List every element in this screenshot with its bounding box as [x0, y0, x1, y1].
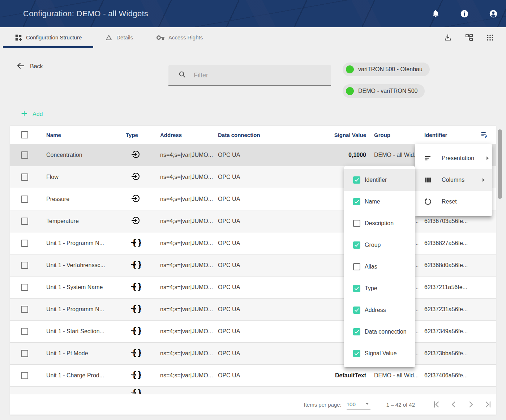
pagination-nav	[432, 400, 493, 409]
prev-page-button[interactable]	[449, 400, 458, 409]
checkbox-checked[interactable]	[353, 198, 360, 205]
signal-input-icon	[130, 193, 141, 204]
cell-type: {}	[126, 237, 160, 249]
cell-type: {}	[126, 259, 160, 271]
tab-details[interactable]: Details	[93, 27, 145, 48]
notifications-icon	[431, 9, 440, 18]
cell-select	[10, 350, 35, 357]
account-button[interactable]	[489, 9, 498, 18]
scrollbar-thumb[interactable]	[498, 129, 502, 199]
column-header-name[interactable]: Name	[35, 132, 126, 138]
checkbox-unchecked[interactable]	[353, 220, 360, 227]
tab-access-rights[interactable]: Access Rights	[145, 27, 214, 48]
column-header-identifier[interactable]: Identifier	[424, 132, 479, 138]
columns-menu-item-address[interactable]: Address	[344, 299, 415, 321]
add-button[interactable]: Add	[20, 110, 43, 119]
columns-menu-item-group[interactable]: Group	[344, 234, 415, 256]
row-checkbox[interactable]	[21, 196, 28, 203]
device-chip[interactable]: DEMO - variTRON 500	[343, 84, 425, 98]
svg-text:}: }	[137, 388, 142, 394]
last-page-button[interactable]	[484, 400, 493, 409]
row-checkbox[interactable]	[21, 306, 28, 313]
checkbox-checked[interactable]	[353, 176, 360, 184]
notifications-button[interactable]	[431, 9, 440, 18]
columns-menu-item-type[interactable]: Type	[344, 278, 415, 299]
menu-item-presentation[interactable]: Presentation	[415, 147, 492, 169]
checkbox-unchecked[interactable]	[353, 263, 360, 270]
status-dot	[346, 87, 354, 95]
table-row[interactable]: Unit 1 - Programm N...{}ns=4;s=|var|JUMO…	[10, 298, 496, 320]
menu-item-label: Presentation	[442, 155, 474, 162]
cell-select	[10, 372, 35, 379]
row-checkbox[interactable]	[21, 284, 28, 291]
columns-menu-item-identifier[interactable]: Identifier	[344, 169, 415, 191]
cell-type: {}	[126, 303, 160, 316]
table-row[interactable]: Unit 1 - System Name{}ns=4;s=|var|JUMO..…	[10, 276, 496, 298]
column-header-signal-value[interactable]: Signal Value	[332, 132, 366, 138]
cell-data-connection: OPC UA	[218, 350, 332, 357]
download-button[interactable]	[443, 33, 452, 42]
row-checkbox[interactable]	[21, 350, 28, 357]
table-row[interactable]: Unit 1 - Programm N...{}ns=4;s=|var|JUMO…	[10, 232, 496, 254]
first-page-button[interactable]	[432, 400, 441, 409]
columns-menu-item-name[interactable]: Name	[344, 191, 415, 213]
string-input-icon: {}	[130, 259, 141, 270]
row-checkbox[interactable]	[21, 151, 28, 159]
row-checkbox[interactable]	[21, 328, 28, 335]
cell-select	[10, 196, 35, 203]
svg-text:}: }	[137, 348, 142, 357]
table-row[interactable]: Unit 1 - Verfahrenssc...{}ns=4;s=|var|JU…	[10, 254, 496, 276]
row-checkbox[interactable]	[21, 218, 28, 225]
header-select-cell	[10, 131, 35, 138]
signal-input-icon	[130, 215, 141, 226]
column-header-group[interactable]: Group	[366, 132, 424, 138]
checkbox-checked[interactable]	[353, 285, 360, 292]
menu-item-columns[interactable]: Columns	[415, 169, 492, 191]
columns-menu-item-label: Description	[365, 220, 394, 227]
tab-configuration-structure[interactable]: Configuration Structure	[3, 27, 93, 48]
checkbox-checked[interactable]	[353, 350, 360, 357]
back-button[interactable]: Back	[16, 61, 43, 72]
row-checkbox[interactable]	[21, 240, 28, 247]
info-button[interactable]	[460, 9, 469, 18]
table-row[interactable]: Unit 1 - Pt Mode{}ns=4;s=|var|JUMO...OPC…	[10, 342, 496, 364]
row-checkbox[interactable]	[21, 262, 28, 269]
table-row[interactable]: Unit 1 - Charge Prod...{}ns=4;s=|var|JUM…	[10, 364, 496, 386]
paginator: Items per page: 100 1 – 42 of 42	[10, 394, 496, 415]
columns-menu-item-data-connection[interactable]: Data connection	[344, 321, 415, 343]
checkbox-checked[interactable]	[353, 241, 360, 249]
columns-menu-item-label: Type	[365, 285, 377, 292]
menu-item-reset[interactable]: Reset	[415, 191, 492, 213]
table-row[interactable]: Unit 1 - Start Section...{}ns=4;s=|var|J…	[10, 320, 496, 342]
cell-type	[126, 149, 160, 161]
filter-input[interactable]	[193, 71, 331, 80]
cell-data-connection: OPC UA	[218, 262, 332, 269]
columns-menu-item-alias[interactable]: Alias	[344, 256, 415, 278]
svg-text:}: }	[137, 370, 142, 380]
cell-identifier: 62f37211a56fe...	[424, 284, 479, 291]
checkbox-checked[interactable]	[353, 307, 360, 314]
column-header-data-connection[interactable]: Data connection	[218, 132, 332, 138]
add-label: Add	[33, 111, 43, 117]
sitemap-button[interactable]	[465, 33, 473, 42]
row-checkbox[interactable]	[21, 372, 28, 379]
page-size-select[interactable]: 100	[347, 399, 370, 410]
string-input-icon: {}	[130, 369, 141, 380]
cell-address: ns=4;s=|var|JUMO...	[160, 372, 218, 379]
cell-identifier: 62f368d0a56fe...	[424, 262, 479, 269]
next-page-button[interactable]	[466, 400, 476, 409]
select-all-checkbox[interactable]	[21, 131, 28, 138]
columns-menu-item-description[interactable]: Description	[344, 213, 415, 234]
checkbox-checked[interactable]	[353, 328, 360, 335]
columns-menu-item-signal-value[interactable]: Signal Value	[344, 343, 415, 364]
column-header-type[interactable]: Type	[126, 132, 160, 138]
column-header-address[interactable]: Address	[160, 132, 218, 138]
cell-name: Unit 1 - Charge Prod...	[35, 372, 126, 379]
tab-actions	[443, 27, 506, 48]
tab-label: Access Rights	[168, 34, 203, 40]
row-checkbox[interactable]	[21, 173, 28, 181]
apps-grid-button[interactable]	[486, 34, 494, 42]
device-chip[interactable]: variTRON 500 - Ofenbau	[343, 63, 430, 76]
edit-columns-button[interactable]	[480, 130, 489, 140]
triangle-icon	[105, 34, 113, 42]
